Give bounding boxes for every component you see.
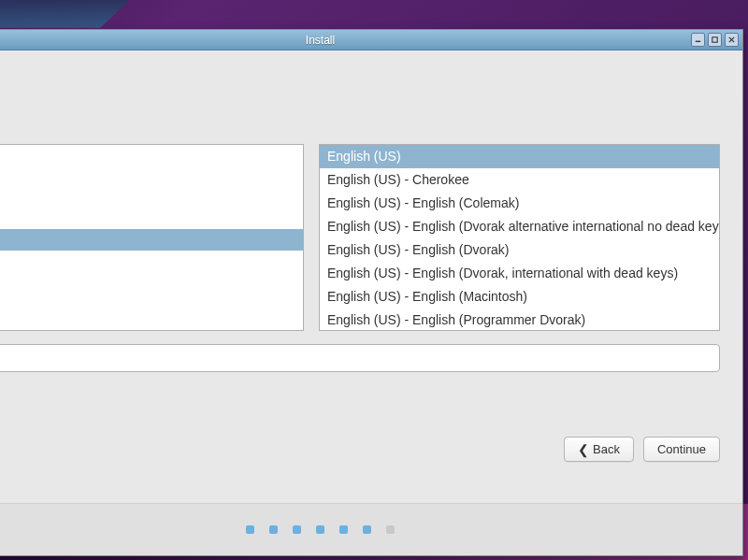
layout-lists: English (US)English (US) - CherokeeEngli… [0, 144, 720, 331]
navigation-row: ❮ Back Continue [0, 437, 720, 462]
list-item[interactable]: English (US) - English (Dvorak) [320, 238, 719, 262]
back-button[interactable]: ❮ Back [564, 437, 634, 462]
minimize-icon [694, 36, 702, 44]
close-icon [727, 36, 736, 44]
keyboard-test-input[interactable] [0, 344, 720, 372]
svg-rect-1 [712, 37, 717, 42]
layout-prompt: layout: [0, 122, 720, 136]
continue-button[interactable]: Continue [643, 437, 720, 462]
list-item[interactable] [0, 229, 303, 251]
window-title: Install [306, 34, 335, 47]
language-listbox[interactable] [0, 144, 304, 331]
list-item[interactable]: English (US) - English (Colemak) [320, 192, 719, 215]
progress-dot [293, 525, 301, 534]
minimize-button[interactable] [691, 33, 705, 47]
progress-dot [316, 525, 324, 534]
list-item[interactable]: English (US) [320, 145, 719, 168]
detect-row: ut [0, 383, 720, 409]
variant-listbox[interactable]: English (US)English (US) - CherokeeEngli… [319, 144, 720, 331]
progress-dot [246, 525, 254, 534]
window-titlebar[interactable]: Install [0, 30, 742, 50]
list-item[interactable]: English (US) - English (Macintosh) [320, 285, 719, 309]
progress-dot [363, 525, 371, 534]
back-label: Back [593, 442, 620, 456]
window-controls [691, 33, 739, 47]
list-item[interactable]: English (US) - Cherokee [320, 168, 719, 192]
progress-dot [386, 525, 395, 534]
maximize-icon [711, 36, 719, 44]
maximize-button[interactable] [708, 33, 722, 47]
progress-dot [269, 525, 278, 534]
progress-footer [0, 503, 742, 555]
install-window: Install yout layout: English ( [0, 29, 743, 556]
close-button[interactable] [725, 33, 739, 47]
progress-dot [339, 525, 348, 534]
list-item[interactable]: English (US) - English (Dvorak alternati… [320, 215, 719, 238]
continue-label: Continue [657, 442, 706, 456]
list-spacer [0, 145, 303, 229]
chevron-left-icon: ❮ [578, 443, 589, 456]
page-title: yout [0, 71, 720, 95]
list-item[interactable]: English (US) - English (Programmer Dvora… [320, 309, 719, 331]
window-content: yout layout: English (US)English (US) - … [0, 50, 742, 481]
list-item[interactable]: English (US) - English (Dvorak, internat… [320, 262, 719, 285]
desktop-background-accent [0, 0, 748, 28]
